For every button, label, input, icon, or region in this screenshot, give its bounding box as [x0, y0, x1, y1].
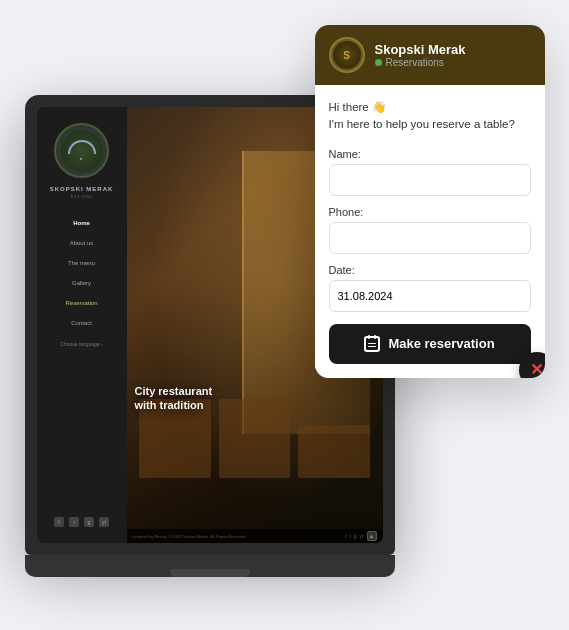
- phone-label: Phone:: [329, 206, 531, 218]
- phone-field-group: Phone:: [329, 206, 531, 254]
- chat-header: S Skopski Merak Reservations: [315, 25, 545, 85]
- chat-avatar: S: [329, 37, 365, 73]
- date-input[interactable]: [329, 280, 531, 312]
- chat-status: Reservations: [375, 57, 466, 68]
- nav-item-reservation[interactable]: Reservation: [45, 297, 119, 309]
- chat-status-label: Reservations: [386, 57, 444, 68]
- chat-brand-name: Skopski Merak: [375, 42, 466, 57]
- sidebar-brand-name: SKOPSKI MERAK: [50, 186, 114, 192]
- status-dot: [375, 59, 382, 66]
- nav-item-home[interactable]: Home: [45, 217, 119, 229]
- phone-input[interactable]: [329, 222, 531, 254]
- youtube-icon[interactable]: yt: [99, 517, 109, 527]
- footer-copyright: powered by Meistry © 2020 Goricas Merak.…: [133, 534, 247, 539]
- date-input-wrapper: [329, 280, 531, 312]
- chat-panel: S Skopski Merak Reservations Hi there 👋 …: [315, 25, 545, 378]
- website-logo: ●: [54, 123, 109, 178]
- name-input[interactable]: [329, 164, 531, 196]
- nav-item-about[interactable]: About us: [45, 237, 119, 249]
- nav-item-menu[interactable]: The menu: [45, 257, 119, 269]
- nav-item-contact[interactable]: Contact: [45, 317, 119, 329]
- website-footer: powered by Meistry © 2020 Goricas Merak.…: [127, 529, 383, 543]
- hero-text: City restaurant with tradition: [135, 384, 213, 413]
- scene: ● SKOPSKI MERAK EST 1985 Home About us T…: [25, 25, 545, 605]
- chat-greeting: Hi there 👋 I'm here to help you reserve …: [329, 99, 531, 134]
- make-reservation-button[interactable]: Make reservation: [329, 324, 531, 364]
- date-label: Date:: [329, 264, 531, 276]
- sidebar-nav: Home About us The menu Gallery Reservati…: [45, 217, 119, 329]
- sidebar-brand-subtitle: EST 1985: [71, 194, 93, 199]
- laptop-base: [25, 555, 395, 577]
- google-icon[interactable]: g: [84, 517, 94, 527]
- language-switch[interactable]: Choose language ›: [60, 341, 102, 347]
- scroll-up-button[interactable]: ▲: [367, 531, 377, 541]
- chat-body: Hi there 👋 I'm here to help you reserve …: [315, 85, 545, 378]
- make-reservation-label: Make reservation: [388, 336, 494, 351]
- close-icon: ✕: [530, 362, 543, 378]
- calendar-icon: [364, 336, 380, 352]
- sidebar-social-icons: f i g yt: [54, 507, 109, 527]
- facebook-icon[interactable]: f: [54, 517, 64, 527]
- chat-header-info: Skopski Merak Reservations: [375, 42, 466, 68]
- name-label: Name:: [329, 148, 531, 160]
- website-sidebar: ● SKOPSKI MERAK EST 1985 Home About us T…: [37, 107, 127, 543]
- instagram-icon[interactable]: i: [69, 517, 79, 527]
- nav-item-gallery[interactable]: Gallery: [45, 277, 119, 289]
- date-field-group: Date:: [329, 264, 531, 312]
- name-field-group: Name:: [329, 148, 531, 196]
- footer-right: f i g yt ▲: [345, 531, 376, 541]
